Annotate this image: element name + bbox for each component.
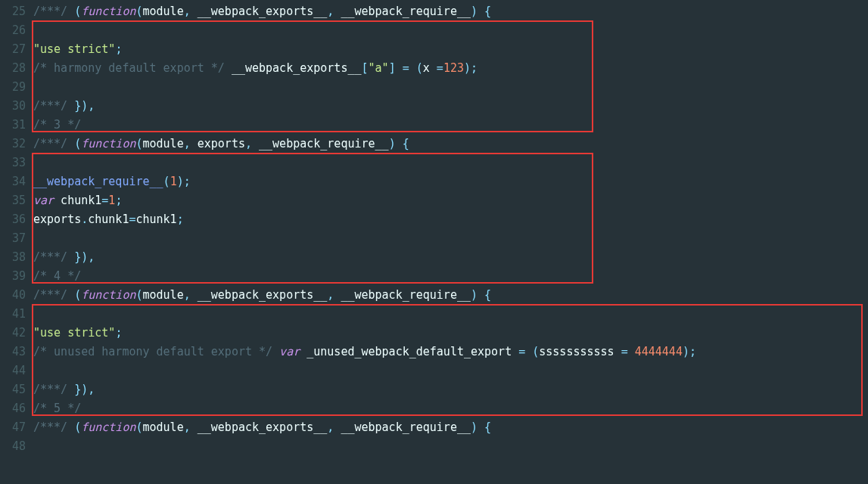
code-token: 123	[443, 61, 464, 75]
code-token: function	[81, 5, 135, 18]
code-line[interactable]: /* harmony default export */ __webpack_e…	[33, 59, 696, 78]
code-token: /* unused harmony default export */	[33, 345, 272, 358]
code-token	[67, 420, 74, 434]
code-token: = (	[518, 345, 539, 358]
code-token: ;	[115, 42, 122, 56]
code-token: [	[362, 61, 369, 75]
code-line[interactable]: /***/ }),	[33, 380, 696, 399]
code-line[interactable]: "use strict";	[33, 324, 696, 343]
code-token: );	[683, 345, 696, 358]
code-token: __webpack_require__	[33, 175, 163, 188]
code-token: __webpack_require__	[341, 420, 471, 434]
code-token: function	[81, 420, 135, 434]
line-number: 30	[0, 97, 26, 116]
line-number: 27	[0, 40, 26, 59]
line-number: 46	[0, 399, 26, 418]
code-token	[67, 5, 74, 18]
line-number: 40	[0, 286, 26, 305]
code-token: ) {	[471, 420, 491, 434]
code-token: /***/	[33, 288, 67, 302]
code-editor-content[interactable]: /* 2 *//***/ (function(module, __webpack…	[33, 0, 696, 456]
line-number: 41	[0, 305, 26, 324]
code-token: module	[143, 5, 184, 18]
code-line[interactable]: /***/ }),	[33, 248, 696, 267]
code-line[interactable]: /* 5 */	[33, 399, 696, 418]
line-number: 47	[0, 418, 26, 437]
line-number: 37	[0, 229, 26, 248]
code-line[interactable]	[33, 21, 696, 40]
code-token: ;	[177, 213, 184, 226]
code-token: ;	[115, 194, 122, 207]
code-token: /***/	[33, 99, 67, 113]
code-token: 4444444	[635, 345, 683, 358]
code-line[interactable]: /***/ (function(module, __webpack_export…	[33, 418, 696, 437]
code-token: ,	[184, 137, 198, 150]
code-token: 1	[170, 175, 177, 188]
code-token: }),	[67, 383, 95, 396]
code-line[interactable]: __webpack_require__(1);	[33, 172, 696, 191]
code-token: /***/	[33, 383, 67, 396]
line-number: 26	[0, 21, 26, 40]
line-number: 45	[0, 380, 26, 399]
code-token: ,	[184, 5, 198, 18]
line-number: 35	[0, 191, 26, 210]
code-line[interactable]: /***/ }),	[33, 97, 696, 116]
code-token: __webpack_require__	[341, 5, 471, 18]
code-token: _unused_webpack_default_export	[300, 345, 518, 358]
code-token: /***/	[33, 250, 67, 264]
code-token: (	[74, 420, 81, 434]
code-line[interactable]	[33, 154, 696, 172]
code-token: (	[135, 288, 142, 302]
code-token: /* harmony default export */	[33, 61, 225, 75]
line-number: 48	[0, 437, 26, 456]
code-token: x	[423, 61, 437, 75]
code-line[interactable]	[33, 78, 696, 97]
code-token: function	[81, 288, 135, 302]
code-line[interactable]	[33, 229, 696, 248]
code-token: module	[143, 420, 184, 434]
code-token: =	[101, 194, 108, 207]
code-token	[272, 345, 279, 358]
code-token: __webpack_exports__	[198, 288, 328, 302]
line-number: 28	[0, 59, 26, 78]
code-line[interactable]: /***/ (function(module, exports, __webpa…	[33, 135, 696, 154]
line-number: 42	[0, 324, 26, 343]
line-number: 31	[0, 116, 26, 135]
code-line[interactable]: /***/ (function(module, __webpack_export…	[33, 286, 696, 305]
code-token: ,	[245, 137, 259, 150]
line-number: 36	[0, 210, 26, 229]
code-token: );	[177, 175, 191, 188]
code-token: (	[163, 175, 170, 188]
code-token: (	[74, 137, 81, 150]
line-number: 34	[0, 172, 26, 191]
code-token: }),	[67, 250, 95, 264]
code-line[interactable]: var chunk1=1;	[33, 191, 696, 210]
code-token: .	[81, 213, 88, 226]
code-line[interactable]: exports.chunk1=chunk1;	[33, 210, 696, 229]
code-token: ,	[184, 288, 198, 302]
code-line[interactable]: "use strict";	[33, 40, 696, 59]
code-token: module	[143, 137, 184, 150]
code-line[interactable]: /* 3 */	[33, 116, 696, 135]
code-token: sssssssssss	[539, 345, 621, 358]
code-line[interactable]	[33, 437, 696, 456]
code-line[interactable]	[33, 361, 696, 380]
code-token: );	[464, 61, 478, 75]
code-line[interactable]: /* unused harmony default export */ var …	[33, 343, 696, 361]
code-token: exports	[198, 137, 245, 150]
line-number: 32	[0, 135, 26, 154]
code-token: ,	[327, 420, 341, 434]
line-number-gutter: 2425262728293031323334353637383940414243…	[0, 0, 30, 467]
line-number: 33	[0, 154, 26, 172]
code-token: __webpack_exports__	[198, 5, 328, 18]
code-line[interactable]: /***/ (function(module, __webpack_export…	[33, 2, 696, 21]
code-token: "use strict"	[33, 326, 115, 340]
line-number: 43	[0, 343, 26, 361]
code-line[interactable]: /* 4 */	[33, 267, 696, 286]
code-line[interactable]	[33, 305, 696, 324]
code-token: chunk1	[135, 213, 176, 226]
code-token: ) {	[471, 288, 491, 302]
code-token	[67, 288, 74, 302]
code-token: var	[279, 345, 300, 358]
code-token: ) {	[389, 137, 409, 150]
